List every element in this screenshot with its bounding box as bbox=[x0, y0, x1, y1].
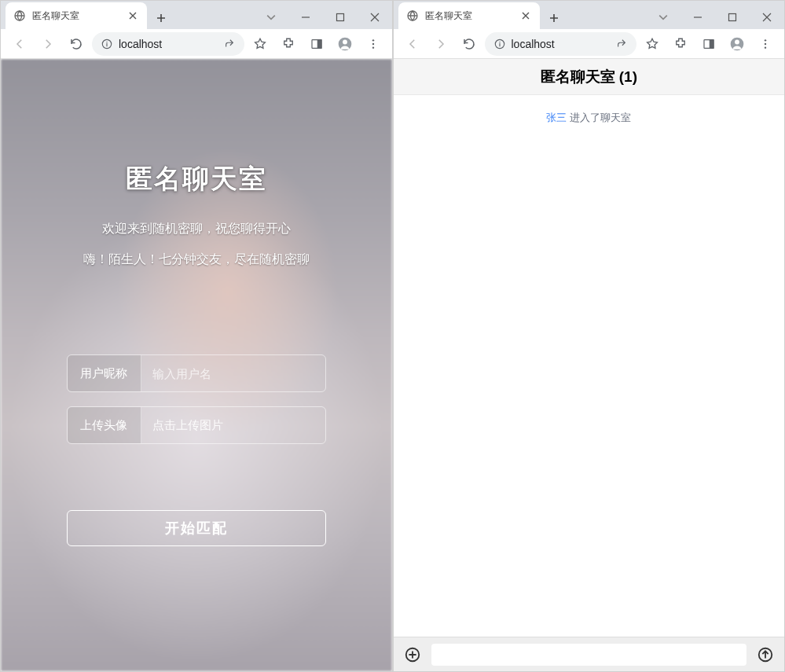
login-form: 用户昵称 上传头像 点击上传图片 bbox=[67, 354, 326, 444]
svg-rect-1 bbox=[336, 14, 343, 21]
tab-bar: 匿名聊天室 bbox=[394, 1, 785, 29]
page-content-login: 匿名聊天室 欢迎来到随机密聊，祝您聊得开心 嗨！陌生人！七分钟交友，尽在随机密聊… bbox=[1, 59, 392, 671]
message-input[interactable] bbox=[431, 644, 747, 666]
svg-rect-11 bbox=[729, 14, 736, 21]
globe-icon bbox=[406, 9, 419, 22]
window-close-button[interactable] bbox=[750, 6, 784, 29]
close-icon[interactable] bbox=[519, 9, 532, 22]
join-notification: 张三 进入了聊天室 bbox=[394, 111, 785, 125]
address-bar[interactable]: localhost bbox=[92, 32, 244, 56]
tab-bar: 匿名聊天室 bbox=[1, 1, 392, 29]
chat-header: 匿名聊天室 (1) bbox=[394, 59, 785, 95]
kebab-menu-button[interactable] bbox=[753, 31, 778, 57]
svg-rect-4 bbox=[317, 39, 321, 48]
share-icon[interactable] bbox=[224, 39, 235, 50]
login-panel: 匿名聊天室 欢迎来到随机密聊，祝您聊得开心 嗨！陌生人！七分钟交友，尽在随机密聊… bbox=[1, 59, 392, 671]
svg-point-7 bbox=[372, 39, 373, 41]
extensions-button[interactable] bbox=[276, 31, 301, 57]
chat-messages: 张三 进入了聊天室 bbox=[394, 95, 785, 637]
svg-rect-14 bbox=[710, 39, 713, 48]
window-maximize-button[interactable] bbox=[323, 6, 358, 29]
svg-point-8 bbox=[372, 42, 373, 44]
address-bar[interactable]: localhost bbox=[485, 32, 637, 56]
svg-point-16 bbox=[735, 39, 739, 44]
info-icon bbox=[101, 39, 112, 50]
bookmark-button[interactable] bbox=[248, 31, 273, 57]
address-text: localhost bbox=[119, 38, 218, 50]
welcome-text-1: 欢迎来到随机密聊，祝您聊得开心 bbox=[102, 221, 291, 237]
tab-anonymous-chat[interactable]: 匿名聊天室 bbox=[398, 2, 540, 29]
add-attachment-button[interactable] bbox=[402, 644, 424, 666]
side-panel-button[interactable] bbox=[696, 31, 721, 57]
new-tab-button[interactable] bbox=[543, 7, 565, 29]
share-icon[interactable] bbox=[616, 39, 627, 50]
browser-toolbar: localhost bbox=[394, 29, 785, 59]
chevron-down-icon[interactable] bbox=[646, 6, 680, 29]
reload-button[interactable] bbox=[64, 31, 89, 57]
back-button[interactable] bbox=[400, 31, 425, 57]
forward-button[interactable] bbox=[35, 31, 61, 57]
reload-button[interactable] bbox=[457, 31, 482, 57]
welcome-text-2: 嗨！陌生人！七分钟交友，尽在随机密聊 bbox=[83, 252, 310, 268]
avatar-label: 上传头像 bbox=[68, 407, 141, 443]
close-icon[interactable] bbox=[127, 9, 139, 22]
page-title: 匿名聊天室 bbox=[126, 161, 267, 197]
extensions-button[interactable] bbox=[668, 31, 693, 57]
window-minimize-button[interactable] bbox=[288, 6, 323, 29]
send-button[interactable] bbox=[754, 644, 776, 666]
globe-icon bbox=[13, 9, 26, 22]
browser-window-right: 匿名聊天室 bbox=[393, 0, 786, 672]
side-panel-button[interactable] bbox=[304, 31, 329, 57]
profile-button[interactable] bbox=[724, 31, 750, 57]
avatar-upload-group[interactable]: 上传头像 点击上传图片 bbox=[67, 406, 326, 444]
window-minimize-button[interactable] bbox=[680, 6, 715, 29]
tab-title: 匿名聊天室 bbox=[32, 9, 120, 23]
window-close-button[interactable] bbox=[358, 6, 392, 29]
avatar-placeholder: 点击上传图片 bbox=[141, 407, 325, 443]
chat-title: 匿名聊天室 (1) bbox=[541, 67, 638, 87]
kebab-menu-button[interactable] bbox=[361, 31, 386, 57]
address-text: localhost bbox=[512, 38, 611, 50]
svg-point-6 bbox=[343, 39, 347, 44]
tab-title: 匿名聊天室 bbox=[425, 9, 513, 23]
bookmark-button[interactable] bbox=[640, 31, 665, 57]
browser-toolbar: localhost bbox=[1, 29, 392, 59]
back-button[interactable] bbox=[7, 31, 32, 57]
nickname-input[interactable] bbox=[141, 355, 325, 391]
chevron-down-icon[interactable] bbox=[254, 6, 288, 29]
start-match-button[interactable]: 开始匹配 bbox=[67, 510, 326, 546]
nickname-group: 用户昵称 bbox=[67, 354, 326, 392]
nickname-label: 用户昵称 bbox=[68, 355, 141, 391]
browser-window-left: 匿名聊天室 bbox=[0, 0, 393, 672]
new-tab-button[interactable] bbox=[150, 7, 172, 29]
join-text: 进入了聊天室 bbox=[570, 111, 631, 125]
svg-point-19 bbox=[765, 46, 766, 48]
tab-anonymous-chat[interactable]: 匿名聊天室 bbox=[6, 2, 147, 29]
forward-button[interactable] bbox=[428, 31, 453, 57]
info-icon bbox=[494, 39, 505, 50]
page-content-chat: 匿名聊天室 (1) 张三 进入了聊天室 bbox=[394, 59, 785, 671]
profile-button[interactable] bbox=[332, 31, 358, 57]
svg-point-9 bbox=[372, 46, 373, 48]
join-user-name: 张三 bbox=[546, 111, 567, 125]
window-maximize-button[interactable] bbox=[715, 6, 750, 29]
svg-point-18 bbox=[765, 42, 766, 44]
chat-footer bbox=[394, 637, 785, 671]
svg-point-17 bbox=[765, 39, 766, 41]
